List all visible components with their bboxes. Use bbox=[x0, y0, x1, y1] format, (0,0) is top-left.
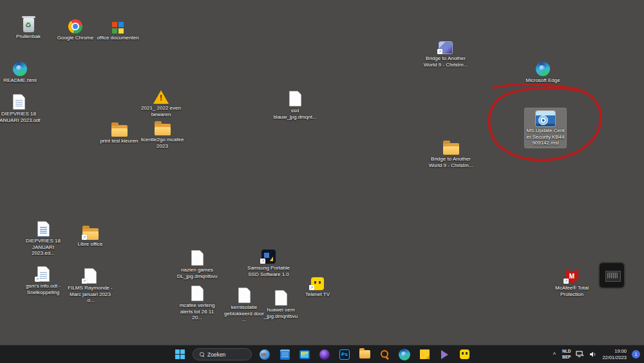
desktop-icon-libre-office[interactable]: Libre office bbox=[68, 223, 113, 248]
tray-language-indicator[interactable]: NLD BEP bbox=[562, 349, 571, 359]
taskbar-agenda-button[interactable] bbox=[278, 348, 292, 362]
taskbar-telenet-button[interactable] bbox=[457, 348, 471, 362]
warning-triangle-icon: ! bbox=[153, 87, 169, 104]
folder-icon bbox=[155, 119, 171, 135]
desktop-icon-label: 2021_ 2022 even bewaren bbox=[138, 105, 184, 117]
desktop-icon-label: Samsung Portable SSD Software 1.0 bbox=[246, 265, 291, 277]
desktop-icon-label: licentie2go mcafee 2023 bbox=[140, 137, 185, 149]
notification-badge[interactable]: 1 bbox=[632, 350, 640, 358]
desktop-icon-label: ssd blauw_jpg.dmqnt... bbox=[272, 108, 317, 120]
desktop-icon-label: DIEPVRIES 18 JANUARI 2023.odt bbox=[0, 111, 41, 123]
desktop-icon-diepvries-odt[interactable]: DIEPVRIES 18 JANUARI 2023.odt bbox=[0, 93, 41, 123]
start-button[interactable] bbox=[173, 348, 187, 362]
document-icon bbox=[191, 249, 204, 266]
msi-installer-icon bbox=[536, 110, 555, 126]
photos-icon bbox=[299, 350, 310, 359]
search-input[interactable]: Zoeken bbox=[193, 348, 252, 360]
desktop-icon-label: DIEPVRIES 18 JANUARI 2023.ed... bbox=[21, 238, 66, 257]
desktop-icon-device-image[interactable] bbox=[596, 260, 627, 289]
taskbar-globe-browser-button[interactable] bbox=[258, 348, 272, 362]
tray-chevron-up-icon[interactable]: ^ bbox=[552, 351, 557, 358]
desktop-icon-bridge-shortcut[interactable]: Bridge to Another World 9 - Christm... bbox=[423, 37, 468, 68]
desktop-icon-label: Google Chrome bbox=[57, 35, 93, 41]
file-explorer-icon bbox=[359, 350, 370, 358]
desktop-icon-diepvries-ed[interactable]: DIEPVRIES 18 JANUARI 2023.ed... bbox=[21, 220, 66, 257]
desktop-icon-microsoft-edge[interactable]: Microsoft Edge bbox=[520, 59, 565, 84]
taskbar-magnifier-button[interactable] bbox=[377, 348, 392, 362]
tray-volume-button[interactable] bbox=[589, 351, 597, 358]
desktop-icon-ssd-blauw[interactable]: ssd blauw_jpg.dmqnt... bbox=[272, 90, 317, 120]
desktop-icon-label: huawei oem _jpg.dmqntbvu bbox=[258, 307, 303, 319]
desktop-icon-prullenbak[interactable]: ♻ Prullenbak bbox=[6, 15, 51, 40]
taskbar-file-explorer-button[interactable] bbox=[357, 348, 372, 362]
taskbar-sticky-notes-button[interactable] bbox=[417, 348, 431, 362]
writer-document-icon bbox=[37, 220, 50, 237]
document-shortcut-icon bbox=[84, 267, 97, 284]
document-icon bbox=[275, 289, 287, 306]
desktop-icon-label: Prullenbak bbox=[16, 34, 41, 40]
app-shortcut-icon bbox=[261, 247, 276, 264]
desktop-icon-label: FILMS Raymonde - Marc januari 2023 .o... bbox=[68, 285, 113, 304]
folder-shortcut-icon bbox=[82, 223, 99, 240]
taskbar-media-disc-button[interactable] bbox=[317, 348, 332, 362]
desktop-icon-gsm-info[interactable]: gsm's info.odt - Snelkoppeling bbox=[21, 265, 66, 295]
tray-clock[interactable]: 19:00 22/01/2023 bbox=[602, 348, 627, 361]
desktop-icon-even-bewaren[interactable]: ! 2021_ 2022 even bewaren bbox=[138, 87, 184, 117]
taskbar-edge-button[interactable] bbox=[397, 348, 412, 362]
telenet-tv-icon bbox=[311, 273, 324, 290]
taskbar-media-play-button[interactable] bbox=[437, 348, 451, 362]
speaker-icon bbox=[589, 351, 597, 358]
purple-disc-icon bbox=[319, 349, 330, 360]
folder-icon bbox=[111, 120, 128, 137]
desktop-icon-google-chrome[interactable]: Google Chrome bbox=[53, 17, 98, 41]
desktop-icon-bridge-folder[interactable]: Bridge to Another World 9 - Christm... bbox=[428, 138, 473, 168]
blue-agenda-icon bbox=[280, 349, 290, 360]
document-icon bbox=[238, 286, 251, 303]
desktop-icon-office-documenten[interactable]: office documenten bbox=[95, 17, 140, 41]
desktop-icon-mcafee-total-protection[interactable]: M McAfee® Total Protection bbox=[549, 267, 594, 297]
device-image-icon bbox=[598, 260, 625, 289]
document-icon bbox=[13, 93, 25, 110]
photoshop-icon: Ps bbox=[339, 349, 350, 360]
recycle-bin-icon: ♻ bbox=[23, 15, 34, 32]
desktop-icon-label: nazien games DL_jpg.dmqntbvu bbox=[175, 267, 220, 279]
annotation-tail-stroke bbox=[493, 84, 579, 90]
telenet-tv-icon bbox=[460, 349, 469, 359]
desktop-icon-label: Bridge to Another World 9 - Christm... bbox=[423, 55, 468, 68]
tray-network-button[interactable] bbox=[576, 351, 584, 358]
desktop-icon-telenet-tv[interactable]: Telenet TV bbox=[295, 273, 340, 298]
edge-icon bbox=[13, 59, 27, 76]
office-grid-icon bbox=[112, 17, 124, 34]
desktop-icon-label: README.html bbox=[3, 77, 37, 84]
desktop-icon-films-raymonde[interactable]: FILMS Raymonde - Marc januari 2023 .o... bbox=[68, 267, 113, 304]
search-icon bbox=[200, 352, 204, 357]
desktop-icon-readme-html[interactable]: README.html bbox=[0, 59, 43, 84]
sticky-notes-icon bbox=[420, 349, 430, 359]
desktop-icon-samsung-ssd-software[interactable]: Samsung Portable SSD Software 1.0 bbox=[246, 247, 291, 277]
desktop-icon-print-test-kleuren[interactable]: print test kleuren bbox=[97, 120, 142, 144]
tray-date: 22/01/2023 bbox=[602, 355, 627, 361]
desktop-icon-label: Telenet TV bbox=[305, 291, 330, 298]
desktop-icon-label: MS.Update.Center.Security.KB44909142.msi bbox=[526, 128, 565, 146]
chrome-icon bbox=[68, 17, 82, 34]
folder-icon bbox=[443, 138, 459, 155]
media-play-icon bbox=[441, 350, 448, 359]
desktop-icon-label: office documenten bbox=[97, 35, 138, 41]
desktop-icon-licentie2go-mcafee[interactable]: licentie2go mcafee 2023 bbox=[140, 119, 185, 149]
desktop-icon-mcafee-verleng[interactable]: mcafee verleng alerts tot 26 11 20... bbox=[175, 284, 220, 321]
desktop-icon-nazien-games[interactable]: nazien games DL_jpg.dmqntbvu bbox=[175, 249, 220, 279]
red-circle-annotation bbox=[0, 0, 644, 363]
desktop-icon-label: Bridge to Another World 9 - Christm... bbox=[428, 156, 473, 168]
taskbar-photoshop-button[interactable]: Ps bbox=[337, 348, 352, 362]
desktop-icon-label: mcafee verleng alerts tot 26 11 20... bbox=[175, 302, 220, 321]
tray-time: 19:00 bbox=[602, 348, 627, 355]
document-icon bbox=[289, 90, 301, 106]
search-placeholder: Zoeken bbox=[207, 351, 225, 358]
desktop-icon-label: Libre office bbox=[78, 241, 103, 248]
desktop-icon-label: McAfee® Total Protection bbox=[549, 285, 594, 297]
network-icon bbox=[576, 351, 584, 358]
orange-magnifier-icon bbox=[380, 349, 390, 359]
taskbar-photos-button[interactable] bbox=[298, 348, 312, 362]
desktop-icon-ms-update-center-msi[interactable]: MS.Update.Center.Security.KB44909142.msi bbox=[525, 108, 566, 148]
document-icon bbox=[191, 284, 204, 301]
